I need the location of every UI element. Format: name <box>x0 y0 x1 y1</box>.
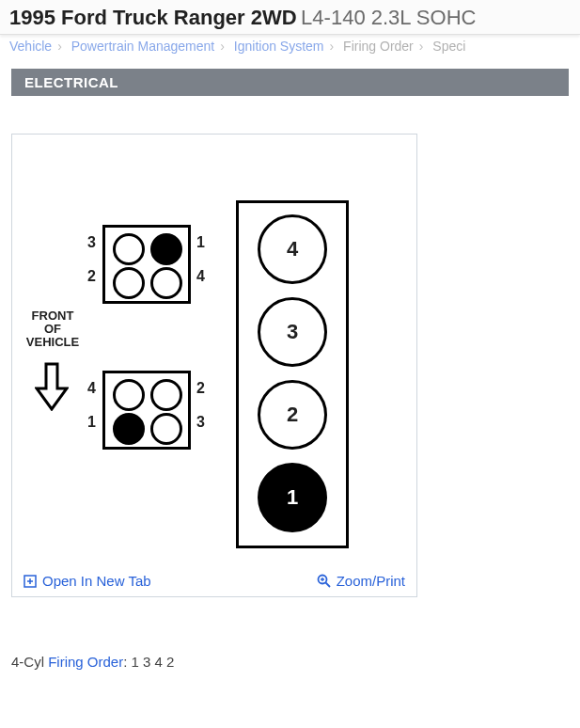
firing-order-link[interactable]: Firing Order <box>48 654 123 670</box>
terminal-label: 1 <box>87 414 96 431</box>
diagram-footer: Open In New Tab Zoom/Print <box>12 567 416 596</box>
crumb-item: Speci <box>432 39 465 54</box>
terminal-circle <box>150 413 182 445</box>
terminal-circle <box>113 413 145 445</box>
cylinder-block: 4 3 2 1 <box>236 200 349 548</box>
crumb-item[interactable]: Vehicle <box>9 39 52 54</box>
coil-pack-bottom <box>102 371 191 450</box>
terminal-circle <box>113 267 145 299</box>
engine-spec: L4-140 2.3L SOHC <box>301 6 476 29</box>
firing-order-diagram: FRONT OF VEHICLE 3 1 2 4 4 2 <box>12 135 416 567</box>
terminal-circle <box>113 233 145 265</box>
terminal-circle <box>150 233 182 265</box>
crumb-item[interactable]: Powertrain Management <box>71 39 215 54</box>
zoom-icon <box>317 574 331 588</box>
crumb-item: Firing Order <box>343 39 414 54</box>
terminal-circle <box>113 379 145 411</box>
zoom-print-link[interactable]: Zoom/Print <box>317 573 405 589</box>
firing-order-text: 4-Cyl Firing Order: 1 3 4 2 <box>11 654 569 670</box>
section-heading: ELECTRICAL <box>11 69 569 96</box>
terminal-label: 2 <box>196 380 205 397</box>
diagram-card: FRONT OF VEHICLE 3 1 2 4 4 2 <box>11 134 417 597</box>
cylinder-circle: 2 <box>258 380 327 450</box>
cylinder-circle: 4 <box>258 214 327 284</box>
terminal-label: 3 <box>196 414 205 431</box>
front-of-vehicle-label: FRONT OF VEHICLE <box>22 309 84 349</box>
vehicle-title: 1995 Ford Truck Ranger 2WD <box>9 6 297 29</box>
down-arrow-icon <box>35 362 69 415</box>
breadcrumb: Vehicle› Powertrain Management› Ignition… <box>0 35 580 59</box>
terminal-label: 2 <box>87 268 96 285</box>
terminal-label: 4 <box>87 380 96 397</box>
coil-pack-top <box>102 225 191 304</box>
terminal-label: 4 <box>196 268 205 285</box>
terminal-label: 1 <box>196 234 205 251</box>
cylinder-circle: 3 <box>258 297 327 367</box>
crumb-item[interactable]: Ignition System <box>234 39 324 54</box>
terminal-label: 3 <box>87 234 96 251</box>
title-bar: 1995 Ford Truck Ranger 2WD L4-140 2.3L S… <box>0 0 580 35</box>
terminal-circle <box>150 267 182 299</box>
terminal-circle <box>150 379 182 411</box>
cylinder-circle: 1 <box>258 463 327 532</box>
open-new-tab-link[interactable]: Open In New Tab <box>24 573 151 589</box>
svg-line-2 <box>325 583 330 588</box>
open-new-tab-icon <box>24 575 37 588</box>
